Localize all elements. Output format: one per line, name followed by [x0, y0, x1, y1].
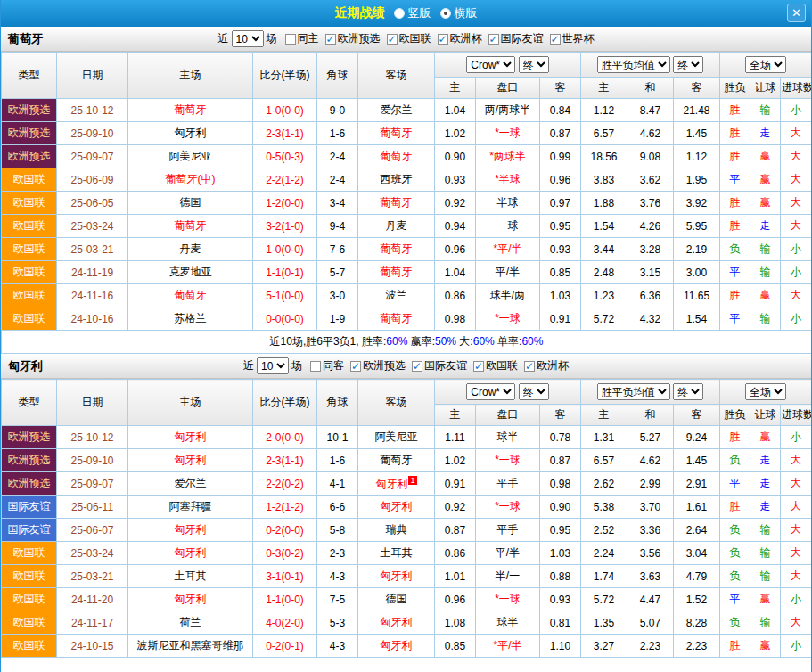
- filter-label: 同客: [323, 358, 344, 373]
- same-venue-filter[interactable]: 同客: [310, 358, 344, 373]
- scope-select[interactable]: 全场: [745, 56, 786, 73]
- summary-stat-value: 50%: [435, 335, 456, 348]
- competition-filter[interactable]: 世界杯: [550, 31, 595, 46]
- away-team: 西班牙: [358, 168, 435, 192]
- avg-type-select[interactable]: 胜平负均值: [597, 383, 670, 400]
- avg-draw: 4.47: [627, 588, 674, 611]
- checked-checkbox-icon[interactable]: [524, 361, 535, 372]
- checked-checkbox-icon[interactable]: [350, 361, 361, 372]
- match-date: 25-09-07: [57, 472, 128, 496]
- checked-checkbox-icon[interactable]: [387, 34, 398, 45]
- match-row: 欧国联25-03-21丹麦1-0(0-0)7-6葡萄牙0.96*平/半0.933…: [2, 238, 812, 261]
- filter-label: 国际友谊: [424, 358, 467, 373]
- result-goals: 大: [781, 496, 812, 519]
- result-wdl: 负: [720, 565, 750, 588]
- corner-score: 3-4: [317, 192, 358, 215]
- col-score: 比分(半场): [253, 53, 317, 99]
- competition-filter[interactable]: 国际友谊: [488, 31, 544, 46]
- away-odds: 0.93: [540, 238, 581, 261]
- team-name: 葡萄牙: [8, 31, 43, 47]
- match-row: 欧洲预选25-09-07爱尔兰2-2(0-2)4-1匈牙利10.91平手0.98…: [2, 472, 812, 496]
- match-date: 25-10-12: [57, 99, 128, 122]
- team-name: 匈牙利: [8, 358, 43, 374]
- competition-badge: 欧洲预选: [2, 122, 57, 145]
- checked-checkbox-icon[interactable]: [550, 34, 561, 45]
- result-wdl: 胜: [720, 99, 750, 122]
- competition-filter[interactable]: 欧洲预选: [350, 358, 406, 373]
- avg-type-select[interactable]: 胜平负均值: [597, 56, 670, 73]
- competition-filter[interactable]: 欧洲杯: [524, 358, 569, 373]
- avg-stage-select[interactable]: 终: [673, 383, 703, 400]
- checked-checkbox-icon[interactable]: [473, 361, 484, 372]
- col-date: 日期: [57, 380, 128, 426]
- match-count-select[interactable]: 10: [257, 357, 289, 374]
- match-row: 欧国联25-03-24匈牙利0-3(0-2)2-3土耳其0.86平/半1.032…: [2, 542, 812, 565]
- result-wdl: 胜: [720, 496, 750, 519]
- checked-checkbox-icon[interactable]: [412, 361, 422, 372]
- layout-horizontal-option[interactable]: 横版: [440, 5, 478, 21]
- competition-filter[interactable]: 欧洲预选: [325, 31, 381, 46]
- avg-home: 5.72: [581, 588, 627, 611]
- avg-away: 1.95: [674, 168, 720, 192]
- radio-unselected-icon[interactable]: [394, 8, 405, 19]
- checked-checkbox-icon[interactable]: [325, 34, 336, 45]
- col-date: 日期: [57, 53, 128, 99]
- avg-away: 1.45: [674, 449, 720, 472]
- subcol-goals: 进球数: [781, 405, 812, 426]
- home-odds: 0.87: [435, 519, 476, 542]
- col-away: 客场: [358, 380, 435, 426]
- match-row: 欧国联24-10-15波斯尼亚和黑塞哥维那0-2(0-1)4-3匈牙利0.85*…: [2, 635, 812, 658]
- away-team: 匈牙利: [358, 496, 435, 519]
- avg-draw: 3.28: [627, 238, 674, 261]
- subcol-odds-home: 主: [435, 78, 476, 99]
- odds-stage-select[interactable]: 终: [519, 56, 549, 73]
- team-section-hungary: 匈牙利 近 10 场 同客欧洲预选国际友谊欧国联欧洲杯 类型 日期: [1, 354, 811, 658]
- match-date: 25-06-07: [57, 519, 128, 542]
- filter-group: 近 10 场 同客欧洲预选国际友谊欧国联欧洲杯: [243, 357, 569, 374]
- result-handicap: 输: [750, 307, 781, 331]
- competition-filter[interactable]: 欧国联: [387, 31, 431, 46]
- score: 1-1(0-0): [253, 588, 317, 611]
- close-button[interactable]: ✕: [787, 4, 806, 22]
- avg-home: 1.12: [581, 99, 627, 122]
- handicap: *一球: [476, 496, 540, 519]
- section-header: 匈牙利 近 10 场 同客欧洲预选国际友谊欧国联欧洲杯: [1, 354, 811, 379]
- odds-stage-select[interactable]: 终: [519, 383, 549, 400]
- home-team: 匈牙利: [128, 588, 253, 611]
- home-team: 匈牙利: [128, 519, 253, 542]
- corner-score: 2-3: [317, 542, 358, 565]
- checked-checkbox-icon[interactable]: [488, 34, 499, 45]
- home-odds: 0.91: [435, 472, 476, 496]
- avg-away: 9.24: [674, 426, 720, 449]
- avg-home: 1.54: [581, 215, 627, 238]
- unchecked-checkbox-icon[interactable]: [310, 361, 321, 372]
- corner-score: 2-4: [317, 168, 358, 192]
- unchecked-checkbox-icon[interactable]: [285, 34, 296, 45]
- match-count-select[interactable]: 10: [232, 30, 264, 47]
- odds-company-select[interactable]: Crow*: [466, 56, 515, 73]
- result-goals: 小: [781, 426, 812, 449]
- score: 0-5(0-3): [253, 145, 317, 168]
- result-handicap: 赢: [750, 145, 781, 168]
- same-venue-filter[interactable]: 同主: [285, 31, 319, 46]
- filter-label: 同主: [298, 31, 319, 46]
- competition-filter[interactable]: 欧洲杯: [438, 31, 482, 46]
- competition-filter[interactable]: 欧国联: [473, 358, 518, 373]
- matches-table: 类型 日期 主场 比分(半场) 角球 客场 Crow* 终 胜平负均值 终: [1, 379, 812, 658]
- radio-label-horizontal: 横版: [455, 5, 478, 21]
- layout-vertical-option[interactable]: 竖版: [394, 5, 431, 21]
- handicap: *一球: [476, 588, 540, 611]
- radio-selected-icon[interactable]: [440, 8, 451, 19]
- competition-filter[interactable]: 国际友谊: [412, 358, 467, 373]
- odds-company-select[interactable]: Crow*: [466, 383, 515, 400]
- avg-stage-select[interactable]: 终: [673, 56, 703, 73]
- avg-away: 1.61: [674, 496, 720, 519]
- checked-checkbox-icon[interactable]: [438, 34, 448, 45]
- scope-select[interactable]: 全场: [745, 383, 786, 400]
- matches-table: 类型 日期 主场 比分(半场) 角球 客场 Crow* 终 胜平负均值 终: [1, 52, 812, 354]
- competition-badge: 欧国联: [2, 168, 57, 192]
- games-label: 场: [267, 31, 277, 46]
- corner-score: 3-0: [317, 284, 358, 307]
- col-away: 客场: [358, 53, 435, 99]
- home-team: 阿塞拜疆: [128, 496, 253, 519]
